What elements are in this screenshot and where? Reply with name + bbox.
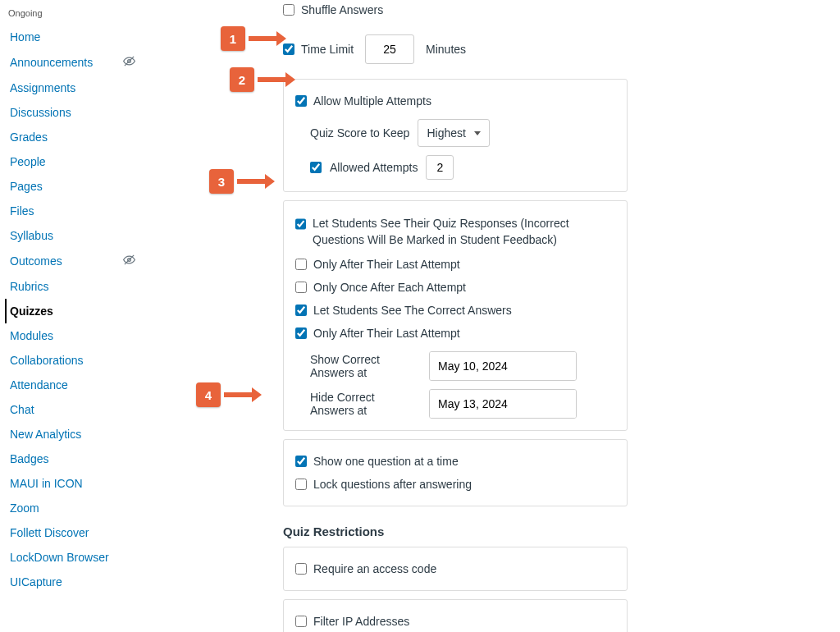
callout-2: 2 — [230, 67, 295, 92]
nav-item-collaborations[interactable]: Collaborations — [7, 348, 144, 373]
nav-item-label: Quizzes — [10, 305, 142, 318]
nav-item-label: New Analytics — [10, 428, 142, 441]
nav-item-label: Outcomes — [10, 254, 123, 268]
nav-item-label: Zoom — [10, 501, 142, 515]
nav-item-announcements[interactable]: Announcements — [7, 49, 144, 76]
nav-item-label: Collaborations — [10, 354, 142, 367]
nav-item-lockdown-browser[interactable]: LockDown Browser — [7, 545, 144, 570]
only-once-each-label[interactable]: Only Once After Each Attempt — [313, 281, 466, 294]
quiz-settings-form: 1 2 3 4 Shuffle Answers — [144, 0, 840, 632]
see-correct-checkbox[interactable] — [295, 305, 307, 316]
see-correct-label[interactable]: Let Students See The Correct Answers — [313, 304, 512, 317]
access-code-checkbox[interactable] — [295, 563, 307, 575]
nav-item-label: MAUI in ICON — [10, 477, 142, 490]
nav-item-rubrics[interactable]: Rubrics — [7, 274, 144, 299]
nav-item-label: Rubrics — [10, 280, 142, 293]
multiple-attempts-checkbox[interactable] — [295, 95, 307, 107]
one-question-label[interactable]: Show one question at a time — [313, 455, 459, 468]
only-once-each-checkbox[interactable] — [295, 282, 307, 293]
shuffle-answers-checkbox[interactable] — [283, 4, 294, 16]
nav-item-quizzes[interactable]: Quizzes — [5, 299, 144, 323]
nav-item-attendance[interactable]: Attendance — [7, 373, 144, 397]
nav-item-label: Modules — [10, 329, 142, 342]
nav-item-label: UICapture — [10, 575, 142, 588]
correct-only-after-last-label[interactable]: Only After Their Last Attempt — [313, 327, 460, 340]
nav-item-label: Assignments — [10, 81, 142, 94]
correct-only-after-last-checkbox[interactable] — [295, 327, 307, 339]
hide-correct-at-field — [429, 389, 577, 419]
nav-item-grades[interactable]: Grades — [7, 125, 144, 149]
score-keep-label: Quiz Score to Keep — [310, 126, 409, 140]
callout-4: 4 — [196, 382, 262, 407]
one-question-checkbox[interactable] — [295, 456, 307, 467]
multiple-attempts-label[interactable]: Allow Multiple Attempts — [313, 94, 431, 108]
nav-item-maui-in-icon[interactable]: MAUI in ICON — [7, 471, 144, 496]
show-correct-at-field — [429, 351, 577, 381]
nav-item-badges[interactable]: Badges — [7, 447, 144, 471]
arrow-icon — [224, 389, 262, 401]
responses-panel: Let Students See Their Quiz Responses (I… — [283, 200, 628, 431]
nav-item-label: Announcements — [10, 56, 123, 69]
hidden-eye-icon — [123, 55, 135, 70]
nav-item-discussions[interactable]: Discussions — [7, 100, 144, 125]
filter-ip-checkbox[interactable] — [295, 616, 307, 627]
show-correct-at-input[interactable] — [430, 352, 577, 380]
arrow-icon — [249, 33, 286, 44]
show-correct-at-label: Show Correct Answers at — [310, 353, 421, 379]
filter-ip-label[interactable]: Filter IP Addresses — [313, 615, 409, 628]
only-after-last-checkbox[interactable] — [295, 259, 307, 270]
nav-item-label: Syllabus — [10, 229, 142, 242]
nav-item-label: Home — [10, 30, 142, 44]
arrow-icon — [237, 176, 275, 187]
nav-item-new-analytics[interactable]: New Analytics — [7, 422, 144, 447]
lock-questions-label[interactable]: Lock questions after answering — [313, 478, 472, 491]
nav-item-label: Chat — [10, 403, 142, 416]
allowed-attempts-input[interactable] — [426, 155, 454, 180]
filter-ip-panel: Filter IP Addresses — [283, 599, 628, 632]
nav-item-home[interactable]: Home — [7, 25, 144, 49]
course-nav: Ongoing HomeAnnouncementsAssignmentsDisc… — [0, 0, 144, 632]
only-after-last-label[interactable]: Only After Their Last Attempt — [313, 258, 460, 271]
multiple-attempts-panel: Allow Multiple Attempts Quiz Score to Ke… — [283, 79, 628, 192]
time-limit-label[interactable]: Time Limit — [301, 43, 354, 56]
nav-item-label: Follett Discover — [10, 526, 142, 539]
nav-item-pages[interactable]: Pages — [7, 174, 144, 199]
nav-item-label: People — [10, 155, 142, 168]
access-code-label[interactable]: Require an access code — [313, 562, 436, 575]
nav-item-label: Files — [10, 204, 142, 218]
see-responses-checkbox[interactable] — [295, 218, 306, 230]
shuffle-answers-label[interactable]: Shuffle Answers — [301, 3, 383, 16]
time-limit-input[interactable] — [365, 34, 414, 64]
nav-item-outcomes[interactable]: Outcomes — [7, 248, 144, 274]
nav-item-label: Pages — [10, 180, 142, 193]
nav-item-people[interactable]: People — [7, 149, 144, 174]
nav-item-assignments[interactable]: Assignments — [7, 76, 144, 100]
callout-3: 3 — [209, 169, 275, 194]
nav-item-modules[interactable]: Modules — [7, 323, 144, 348]
nav-item-zoom[interactable]: Zoom — [7, 496, 144, 520]
nav-item-label: Discussions — [10, 106, 142, 119]
time-limit-unit: Minutes — [426, 43, 466, 56]
quiz-restrictions-heading: Quiz Restrictions — [283, 524, 628, 538]
one-question-panel: Show one question at a time Lock questio… — [283, 439, 628, 506]
access-code-panel: Require an access code — [283, 547, 628, 591]
callout-1: 1 — [221, 26, 286, 51]
nav-item-chat[interactable]: Chat — [7, 397, 144, 422]
nav-item-uicapture[interactable]: UICapture — [7, 570, 144, 594]
see-responses-label[interactable]: Let Students See Their Quiz Responses (I… — [313, 216, 615, 248]
nav-item-files[interactable]: Files — [7, 199, 144, 223]
nav-item-label: Attendance — [10, 378, 142, 392]
allowed-attempts-label: Allowed Attempts — [330, 161, 418, 174]
hide-correct-at-input[interactable] — [430, 390, 577, 418]
score-keep-select[interactable]: Highest — [418, 119, 489, 147]
lock-questions-checkbox[interactable] — [295, 479, 307, 490]
nav-item-label: LockDown Browser — [10, 551, 142, 564]
allowed-attempts-checkbox[interactable] — [310, 162, 322, 173]
term-label: Ongoing — [7, 8, 144, 25]
nav-item-label: Badges — [10, 452, 142, 465]
hidden-eye-icon — [123, 254, 135, 268]
arrow-icon — [258, 74, 295, 85]
nav-item-syllabus[interactable]: Syllabus — [7, 223, 144, 248]
nav-item-follett-discover[interactable]: Follett Discover — [7, 520, 144, 545]
hide-correct-at-label: Hide Correct Answers at — [310, 391, 421, 417]
